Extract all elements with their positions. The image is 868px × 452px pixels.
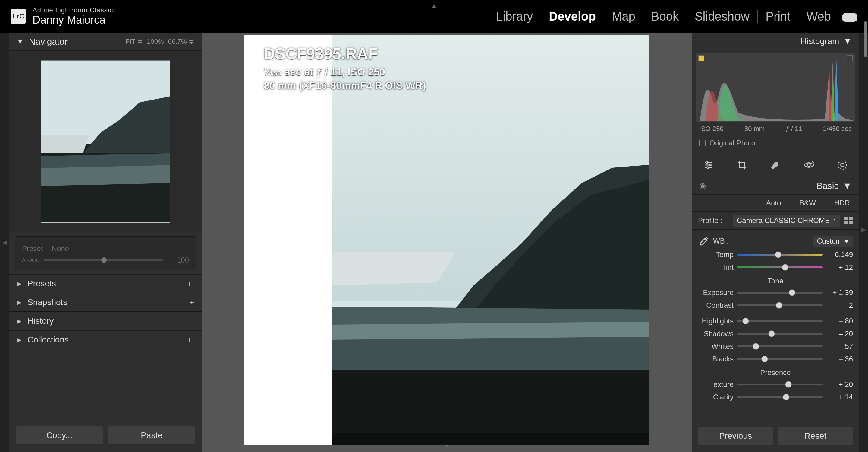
module-develop[interactable]: Develop [541,10,604,23]
temp-label: Temp [694,250,737,259]
navigator-preview[interactable] [9,51,202,232]
tint-slider[interactable] [737,266,823,268]
svg-line-24 [812,162,814,163]
contrast-slider[interactable] [737,305,823,306]
section-presets-label: Presets [27,279,56,288]
exif-iso: ISO 250 [699,125,724,133]
exif-aperture: ƒ / 11 [785,125,802,133]
right-edge-handle[interactable]: ▶ [859,33,868,452]
whites-slider[interactable] [737,345,823,347]
module-library[interactable]: Library [488,10,541,23]
profile-browser-icon[interactable] [844,217,853,224]
module-print[interactable]: Print [758,10,798,23]
profile-row: Profile : Camera CLASSIC CHROME≑ [692,211,859,230]
svg-marker-11 [332,252,456,285]
collapse-icon: ▼ [843,181,852,191]
paste-button[interactable]: Paste [108,426,195,445]
mode-hdr[interactable]: HDR [825,195,859,211]
crop-tool-icon[interactable] [735,159,749,172]
edit-tool-icon[interactable] [702,159,715,172]
exposure-slider[interactable] [737,292,823,293]
highlights-slider[interactable] [737,320,823,322]
section-collections[interactable]: ▶Collections +. [9,331,202,349]
contrast-value[interactable]: – 2 [823,301,853,310]
title-block: Adobe Lightroom Classic Danny Maiorca [33,6,113,26]
wb-select[interactable]: Custom≑ [812,236,853,247]
preset-amount-value: 100 [168,256,189,264]
svg-point-22 [707,167,709,168]
clarity-value[interactable]: + 14 [823,393,853,401]
navigator-title: Navigator [29,36,67,47]
heal-tool-icon[interactable] [769,159,782,172]
histogram-display[interactable] [695,53,855,122]
svg-point-25 [838,161,846,169]
tint-value[interactable]: + 12 [823,263,853,272]
section-collections-label: Collections [27,335,69,345]
histogram-header[interactable]: Histogram ▼ [692,33,859,50]
preset-value: None [52,245,69,253]
image-canvas[interactable]: DSCF9395.RAF ¹⁄₄₅₀ sec at ƒ / 11, ISO 25… [244,35,650,445]
blacks-label: Blacks [694,355,737,363]
exposure-value[interactable]: + 1,39 [823,288,853,297]
module-slideshow[interactable]: Slideshow [687,10,758,23]
blacks-slider[interactable] [737,358,823,360]
whites-label: Whites [694,342,737,350]
preset-amount-slider[interactable] [43,259,163,261]
original-photo-row[interactable]: Original Photo [692,136,859,153]
highlights-value[interactable]: – 80 [823,317,853,325]
add-preset-icon[interactable]: +. [187,279,194,288]
profile-select[interactable]: Camera CLASSIC CHROME≑ [733,215,840,227]
presence-subhead: Presence [692,365,859,378]
basic-title: Basic [816,181,838,191]
expand-filmstrip-icon[interactable]: ▲ [444,442,450,449]
tint-label: Tint [694,263,737,272]
redeye-tool-icon[interactable] [802,159,815,172]
texture-slider[interactable] [737,384,823,385]
blacks-value[interactable]: – 36 [823,355,853,363]
section-snapshots[interactable]: ▶Snapshots + [9,293,202,312]
left-edge-handle[interactable]: ◀ [0,33,9,452]
shadows-slider[interactable] [737,333,823,335]
exposure-label: Exposure [694,288,737,297]
expand-top-icon[interactable]: ▲ [431,2,437,9]
clarity-label: Clarity [694,393,737,401]
cloud-sync-icon[interactable] [842,11,857,22]
zoom-100[interactable]: 100% [147,38,164,46]
highlight-clip-warning-icon[interactable] [846,55,852,61]
clarity-slider[interactable] [737,396,823,398]
add-snapshot-icon[interactable]: + [190,298,194,307]
temp-value[interactable]: 6.149 [823,250,853,259]
shadows-value[interactable]: – 20 [823,330,853,338]
shadow-clip-warning-icon[interactable] [698,55,704,61]
panel-visibility-icon[interactable]: ◉ [699,181,706,190]
zoom-fit[interactable]: FIT ≑ [125,38,143,46]
texture-label: Texture [694,380,737,389]
navigator-thumbnail [41,60,170,222]
navigator-header[interactable]: ▼ Navigator FIT ≑ 100% 66.7% ≑ [9,33,202,51]
temp-slider[interactable] [737,254,823,256]
texture-value[interactable]: + 20 [823,380,853,389]
image-info-overlay: DSCF9395.RAF ¹⁄₄₅₀ sec at ƒ / 11, ISO 25… [264,45,426,93]
module-book[interactable]: Book [644,10,687,23]
eyedropper-icon[interactable] [698,235,710,247]
original-photo-checkbox[interactable] [699,140,706,146]
user-name: Danny Maiorca [33,13,113,26]
product-name: Adobe Lightroom Classic [33,6,113,14]
module-switcher: Library Develop Map Book Slideshow Print… [488,10,857,23]
mode-bw[interactable]: B&W [790,195,825,211]
mode-auto[interactable]: Auto [757,195,790,211]
zoom-667[interactable]: 66.7% ≑ [168,38,194,46]
module-web[interactable]: Web [798,10,839,23]
masking-tool-icon[interactable] [836,159,849,172]
section-history[interactable]: ▶History [9,312,202,331]
whites-value[interactable]: – 57 [823,342,853,350]
module-map[interactable]: Map [604,10,644,23]
previous-button[interactable]: Previous [698,427,773,445]
add-collection-icon[interactable]: +. [187,335,194,345]
svg-point-20 [706,162,708,163]
basic-panel-header[interactable]: ◉ Basic ▼ [692,177,859,195]
section-presets[interactable]: ▶Presets +. [9,274,202,293]
reset-button[interactable]: Reset [778,427,853,445]
copy-button[interactable]: Copy... [16,426,103,445]
svg-marker-5 [41,165,170,186]
